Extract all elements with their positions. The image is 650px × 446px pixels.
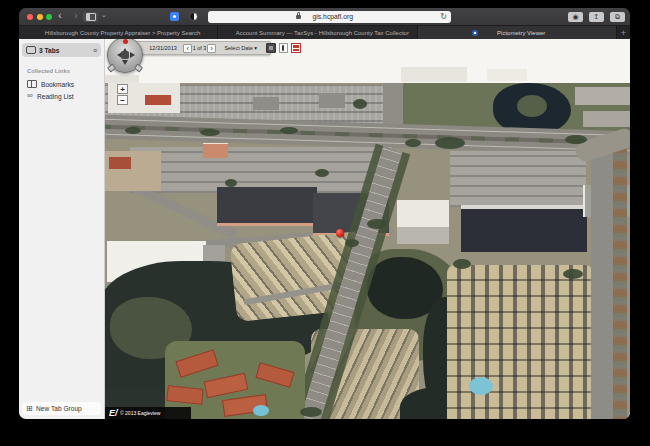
tab-overview-button[interactable]: ⧉: [610, 12, 625, 22]
measure-icon: [293, 45, 299, 51]
pool: [469, 377, 493, 395]
pictometry-favicon: [472, 30, 478, 36]
tree-cluster: [300, 407, 322, 417]
sidebar-toggle-button[interactable]: [83, 12, 98, 22]
tree-cluster: [563, 269, 583, 279]
sidebar-item-reading-list[interactable]: ∞ Reading List: [19, 90, 104, 102]
tree-cluster: [565, 135, 587, 144]
reload-icon[interactable]: ↻: [440, 12, 447, 21]
oblique-view-right-icon[interactable]: [134, 63, 143, 72]
url-field[interactable]: gis.hcpafl.org ↻: [208, 11, 451, 23]
building: [145, 95, 171, 105]
shield-extension-icon[interactable]: [170, 12, 179, 21]
sidebar-icon: [86, 13, 96, 21]
pictometry-map-canvas[interactable]: 12/31/2013 ‹ 1 of 3 › Select Date ▾: [105, 39, 630, 419]
close-button[interactable]: [27, 14, 33, 20]
window-content: 3 Tabs ≡ Collected Links Bookmarks ∞ Rea…: [19, 39, 630, 419]
tree-cluster: [367, 219, 387, 229]
pan-east-arrow[interactable]: [130, 52, 138, 58]
sidebar-item-bookmarks[interactable]: Bookmarks: [19, 78, 104, 90]
share-button[interactable]: ↥: [589, 12, 604, 22]
pushpin-tool-button[interactable]: [279, 43, 288, 53]
building: [583, 111, 630, 127]
building: [575, 87, 630, 105]
parking-lot: [450, 151, 586, 207]
building: [319, 93, 345, 108]
select-date-dropdown[interactable]: Select Date ▾: [224, 45, 257, 51]
copyright-text: © 2013 Eagleview: [120, 411, 160, 417]
new-tab-group-button[interactable]: ⊞ New Tab Group: [22, 402, 101, 415]
tree-cluster: [315, 169, 329, 177]
forward-button[interactable]: ›: [70, 10, 82, 22]
zoom-in-button[interactable]: +: [117, 84, 128, 94]
north-indicator: [123, 39, 128, 44]
glasses-icon: ∞: [27, 92, 33, 100]
warehouse: [461, 205, 587, 252]
title-bar: ‹ › ⌄ gis.hcpafl.org ↻ ◉ ↥ ⧉: [19, 8, 630, 26]
building: [109, 157, 131, 169]
pan-south-arrow[interactable]: [122, 60, 128, 68]
tab-property-appraiser[interactable]: Hillsborough County Property Appraiser >…: [19, 26, 218, 39]
plus-square-icon: ⊞: [26, 405, 33, 413]
image-layer-button[interactable]: [266, 43, 276, 53]
tree-cluster: [125, 127, 141, 134]
next-image-button[interactable]: ›: [207, 44, 216, 53]
compass-navigation-wheel[interactable]: [107, 39, 143, 73]
map-shape: [487, 69, 527, 81]
tab-title: Hillsborough County Property Appraiser >…: [45, 29, 201, 36]
apartment-complex: [447, 265, 593, 419]
property-marker-pin[interactable]: [336, 229, 344, 237]
eagleview-logo: E/: [109, 409, 118, 418]
measure-tool-button[interactable]: [291, 43, 301, 53]
download-button[interactable]: ◉: [568, 12, 583, 22]
strip-mall: [217, 187, 317, 226]
tab-pictometry-viewer[interactable]: Pictometry Viewer: [418, 26, 617, 39]
chevron-down-icon[interactable]: ⌄: [101, 11, 107, 19]
map-shape: [105, 75, 139, 83]
sidebar-item-tab-group[interactable]: 3 Tabs ≡: [22, 43, 101, 57]
contrast-extension-icon[interactable]: [189, 12, 198, 21]
building: [203, 143, 228, 158]
list-view-icon[interactable]: ≡: [93, 47, 97, 54]
tree-cluster: [225, 179, 237, 187]
previous-image-button[interactable]: ‹: [183, 44, 192, 53]
pictometry-toolbar: 12/31/2013 ‹ 1 of 3 › Select Date ▾: [121, 41, 271, 55]
lock-icon: [296, 15, 301, 19]
map-shape: [401, 67, 467, 82]
image-position-label: 1 of 3: [193, 45, 207, 51]
tree-cluster: [405, 139, 421, 147]
pool: [253, 405, 269, 416]
nav-buttons: ‹ ›: [54, 10, 82, 22]
tab-title: Pictometry Viewer: [497, 29, 545, 36]
traffic-lights: [27, 14, 52, 20]
sidebar-section-header: Collected Links: [27, 67, 72, 73]
island: [517, 95, 547, 117]
tab-title: Account Summary — TaxSys - Hillsborough …: [235, 29, 408, 36]
tree-cluster: [280, 127, 298, 134]
pushpin-icon: [282, 45, 284, 51]
tree-cluster: [200, 129, 220, 136]
new-tab-button[interactable]: +: [617, 26, 630, 39]
browser-window: ‹ › ⌄ gis.hcpafl.org ↻ ◉ ↥ ⧉ Hillsboroug…: [19, 8, 630, 419]
zoom-button[interactable]: [46, 14, 52, 20]
new-tab-group-label: New Tab Group: [36, 405, 82, 412]
toolbar-right-buttons: ◉ ↥ ⧉: [568, 12, 625, 22]
sidebar: 3 Tabs ≡ Collected Links Bookmarks ∞ Rea…: [19, 39, 105, 419]
minimize-button[interactable]: [37, 14, 43, 20]
layer-icon: [269, 46, 273, 50]
road: [591, 145, 613, 419]
building: [253, 97, 279, 110]
building: [397, 200, 449, 230]
sidebar-item-label: Bookmarks: [41, 80, 74, 87]
tab-tax-collector[interactable]: Account Summary — TaxSys - Hillsborough …: [218, 26, 417, 39]
tree-cluster: [453, 259, 471, 269]
back-button[interactable]: ‹: [54, 10, 66, 22]
tree-cluster: [435, 137, 465, 149]
book-icon: [27, 80, 37, 88]
zoom-out-button[interactable]: −: [117, 95, 128, 105]
tab-group-icon: [26, 46, 36, 54]
road-shoulder: [613, 149, 627, 419]
attribution-bar: E/ © 2013 Eagleview: [105, 407, 191, 419]
tree-cluster: [345, 239, 359, 247]
compass-center[interactable]: [121, 51, 129, 59]
